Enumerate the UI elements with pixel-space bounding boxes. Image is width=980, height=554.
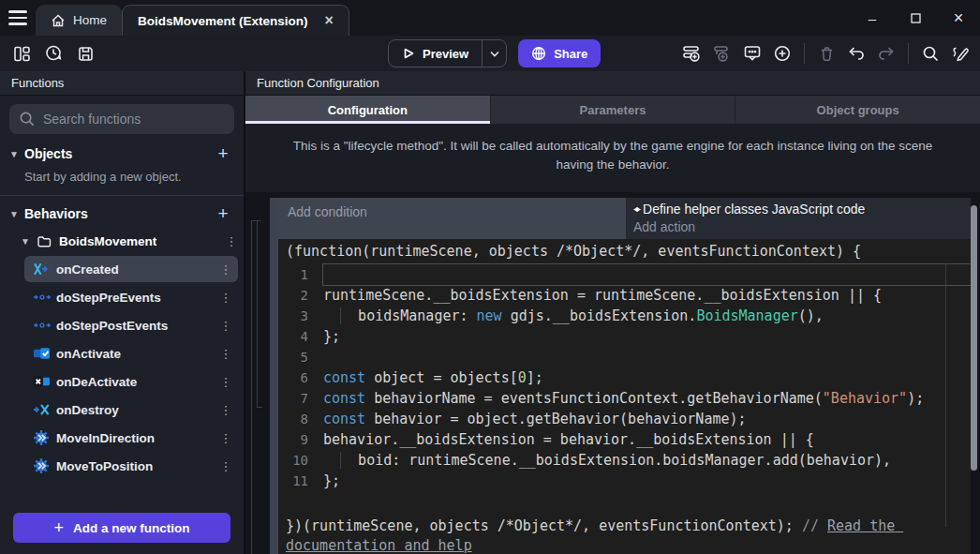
code-header-line: (function(runtimeScene, objects /*Object… (278, 239, 971, 264)
code-line[interactable]: 6const object = objects[0]; (278, 367, 971, 388)
collapse-arrow-icon[interactable]: ▼ (9, 149, 24, 159)
line-number: 2 (278, 285, 323, 306)
code-text[interactable]: behavior.__boidsExtension = behavior.__b… (323, 429, 971, 450)
folder-icon (37, 235, 52, 247)
hamburger-menu-icon[interactable] (0, 0, 36, 36)
code-text[interactable]: boid: runtimeScene.__boidsExtension.boid… (323, 450, 971, 471)
search-icon[interactable] (916, 39, 944, 67)
history-icon[interactable] (39, 39, 67, 67)
undo-icon[interactable] (842, 39, 870, 67)
code-line[interactable]: 8const behavior = object.getBehavior(beh… (278, 409, 971, 429)
add-subevent-icon[interactable] (708, 39, 736, 67)
tab-object-groups[interactable]: Object groups (735, 96, 980, 124)
add-new-function-button[interactable]: + Add a new function (13, 513, 230, 543)
panels-layout-icon[interactable] (7, 39, 36, 67)
created-icon (34, 262, 56, 276)
code-line[interactable]: 1 (278, 264, 971, 285)
collapse-arrow-icon[interactable]: ▼ (9, 209, 24, 219)
code-line[interactable]: 9behavior.__boidsExtension = behavior.__… (278, 429, 971, 450)
code-line[interactable]: 4}; (278, 326, 971, 347)
window-controls: – × (851, 0, 980, 36)
close-button[interactable]: × (937, 8, 980, 28)
behavior-items: onCreated⋮doStepPreEvents⋮doStepPostEven… (0, 256, 244, 479)
add-comment-icon[interactable] (738, 39, 766, 67)
save-icon[interactable] (71, 39, 99, 67)
js-code-event[interactable]: Add condition ◂▸ Define helper classes J… (270, 198, 971, 554)
add-behavior-button[interactable]: + (212, 203, 234, 224)
js-code-editor[interactable]: (function(runtimeScene, objects /*Object… (278, 239, 971, 554)
tab-configuration[interactable]: Configuration (245, 96, 491, 124)
code-text[interactable]: const object = objects[0]; (323, 367, 971, 388)
code-line[interactable]: 11}; (278, 471, 971, 491)
code-line[interactable]: 5 (278, 347, 971, 367)
item-menu-button[interactable]: ⋮ (214, 375, 238, 389)
search-functions-input[interactable] (9, 104, 234, 134)
sidebar-item-label: doStepPreEvents (56, 291, 214, 305)
code-line[interactable]: 2runtimeScene.__boidsExtension = runtime… (278, 285, 971, 306)
tab-home-label: Home (73, 13, 107, 27)
item-menu-button[interactable]: ⋮ (214, 347, 238, 361)
code-text[interactable] (323, 264, 971, 285)
tab-home[interactable]: Home (36, 5, 122, 36)
tab-close-icon[interactable]: × (325, 13, 334, 28)
sidebar-item-oncreated[interactable]: onCreated⋮ (24, 256, 238, 282)
tab-parameters[interactable]: Parameters (491, 96, 736, 124)
sidebar-item-label: onActivate (56, 347, 214, 361)
line-number: 10 (278, 450, 323, 471)
line-number: 6 (278, 367, 323, 388)
item-menu-button[interactable]: ⋮ (214, 319, 238, 333)
js-event-title[interactable]: ◂▸ Define helper classes JavaScript code (633, 202, 963, 217)
events-scrollbar[interactable] (971, 205, 977, 471)
item-menu-button[interactable]: ⋮ (214, 403, 238, 417)
item-menu-button[interactable]: ⋮ (214, 262, 238, 277)
code-text[interactable]: boidsManager: new gdjs.__boidsExtension.… (323, 306, 971, 326)
share-button[interactable]: Share (518, 39, 601, 67)
add-action-button[interactable]: Add action (633, 219, 963, 234)
line-number: 8 (278, 409, 323, 429)
add-object-button[interactable]: + (212, 143, 234, 164)
code-line[interactable]: 10 boid: runtimeScene.__boidsExtension.b… (278, 450, 971, 471)
code-footer-text: })(runtimeScene, objects /*Object*/, eve… (286, 517, 802, 534)
redo-icon[interactable] (872, 39, 900, 67)
add-function-label: Add a new function (73, 521, 190, 535)
minimize-button[interactable]: – (851, 10, 894, 26)
line-number: 3 (278, 306, 323, 326)
event-selection-strip[interactable] (270, 198, 278, 554)
folder-menu-button[interactable]: ⋮ (219, 234, 244, 248)
maximize-button[interactable] (894, 10, 937, 26)
preview-button[interactable]: Preview (389, 47, 482, 61)
sidebar-item-dosteppostevents[interactable]: doStepPostEvents⋮ (24, 312, 238, 338)
code-text[interactable]: }; (323, 471, 971, 491)
tab-project[interactable]: BoidsMovement (Extension) × (122, 5, 349, 36)
sidebar-item-ondestroy[interactable]: onDestroy⋮ (24, 397, 238, 423)
sidebar-item-movetoposition[interactable]: MoveToPosition⋮ (24, 453, 238, 479)
function-configuration-panel: Function Configuration Configuration Par… (245, 71, 980, 554)
code-text[interactable] (323, 347, 971, 367)
add-condition-button[interactable]: Add condition (278, 198, 626, 239)
objects-section-header[interactable]: ▼ Objects + (0, 140, 244, 168)
sidebar-item-moveindirection[interactable]: MoveInDirection⋮ (24, 425, 238, 451)
sidebar-item-dosteppreevents[interactable]: doStepPreEvents⋮ (24, 284, 238, 310)
activate-icon (34, 348, 56, 359)
code-line[interactable]: 7const behaviorName = eventsFunctionCont… (278, 388, 971, 409)
folder-label: BoidsMovement (59, 234, 219, 248)
behaviors-section-header[interactable]: ▼ Behaviors + (0, 200, 244, 228)
sidebar-item-onactivate[interactable]: onActivate⋮ (24, 340, 238, 367)
add-event-icon[interactable] (678, 39, 706, 67)
code-text[interactable]: }; (323, 326, 971, 347)
code-line[interactable]: 3 boidsManager: new gdjs.__boidsExtensio… (278, 306, 971, 326)
collapse-arrow-icon[interactable]: ▼ (21, 236, 32, 247)
functions-sidebar: Functions ▼ Objects + Start by adding a … (0, 71, 245, 554)
edit-pen-icon[interactable] (946, 39, 974, 67)
code-text[interactable]: runtimeScene.__boidsExtension = runtimeS… (323, 285, 971, 306)
code-text[interactable]: const behaviorName = eventsFunctionConte… (323, 388, 971, 409)
code-text[interactable]: const behavior = object.getBehavior(beha… (323, 409, 971, 429)
preview-dropdown-button[interactable] (482, 39, 506, 67)
behavior-folder-boidsmovement[interactable]: ▼ BoidsMovement ⋮ (0, 228, 244, 254)
item-menu-button[interactable]: ⋮ (214, 291, 238, 305)
item-menu-button[interactable]: ⋮ (214, 431, 238, 445)
add-circle-icon[interactable] (768, 39, 796, 67)
item-menu-button[interactable]: ⋮ (214, 459, 238, 473)
delete-icon[interactable] (812, 39, 840, 67)
sidebar-item-ondeactivate[interactable]: onDeActivate⋮ (24, 368, 238, 395)
